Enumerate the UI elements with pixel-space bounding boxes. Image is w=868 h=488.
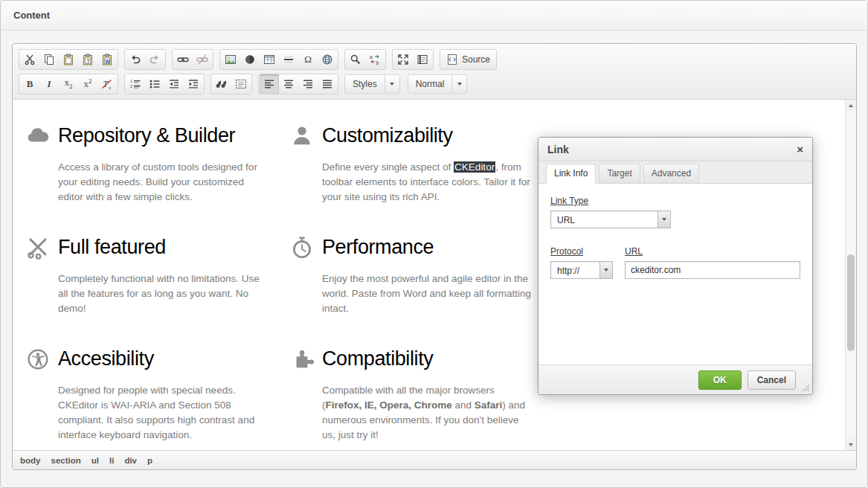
feature-text: Access a library of custom tools designe… bbox=[58, 160, 271, 205]
cut-button[interactable] bbox=[20, 50, 39, 69]
align-right-icon bbox=[302, 78, 314, 90]
chevron-down-icon bbox=[662, 218, 666, 221]
replace-icon bbox=[369, 54, 381, 65]
path-item-p[interactable]: p bbox=[147, 456, 152, 465]
align-justify-icon bbox=[321, 78, 333, 90]
cut-icon bbox=[24, 54, 36, 65]
chevron-down-icon bbox=[390, 83, 394, 86]
show-blocks-button[interactable] bbox=[413, 50, 432, 69]
tab-link-info[interactable]: Link Info bbox=[546, 164, 596, 184]
link-icon bbox=[177, 54, 189, 65]
feature-full-featured: Full featured Completely functional with… bbox=[25, 234, 271, 316]
bold-button[interactable]: B bbox=[20, 74, 39, 94]
tab-target[interactable]: Target bbox=[599, 164, 640, 184]
dialog-titlebar[interactable]: Link × bbox=[539, 138, 812, 161]
horizontal-rule-button[interactable] bbox=[279, 50, 298, 69]
scroll-up-button[interactable] bbox=[846, 100, 856, 111]
bulleted-list-button[interactable] bbox=[145, 74, 164, 94]
scroll-down-button[interactable] bbox=[846, 439, 856, 450]
align-justify-button[interactable] bbox=[318, 74, 337, 94]
maximize-button[interactable] bbox=[393, 50, 413, 69]
content-page: { "colors": { "ok_green": "#63a62d", "se… bbox=[0, 0, 868, 488]
copy-button[interactable] bbox=[39, 50, 59, 69]
align-center-button[interactable] bbox=[279, 74, 298, 94]
find-button[interactable] bbox=[346, 50, 365, 69]
image-button[interactable] bbox=[221, 50, 240, 69]
feature-text: Enjoy the most powerful and agile editor… bbox=[322, 272, 535, 316]
link-type-select[interactable]: URL bbox=[550, 211, 671, 228]
subscript-button[interactable]: x2 bbox=[59, 74, 78, 94]
redo-button[interactable] bbox=[145, 50, 164, 69]
blockquote-button[interactable] bbox=[212, 74, 231, 94]
elements-path: body section ul li div p bbox=[13, 450, 856, 469]
path-item-li[interactable]: li bbox=[109, 456, 114, 465]
unlink-button[interactable] bbox=[193, 50, 212, 69]
chevron-down-icon bbox=[457, 83, 462, 86]
numbered-list-button[interactable] bbox=[126, 74, 145, 94]
path-item-div[interactable]: div bbox=[124, 456, 137, 465]
paste-text-icon bbox=[82, 54, 94, 65]
path-item-body[interactable]: body bbox=[20, 456, 40, 465]
styles-combo-open[interactable] bbox=[385, 75, 399, 93]
image-icon bbox=[225, 54, 237, 65]
flash-button[interactable] bbox=[240, 50, 260, 69]
globe-icon bbox=[321, 54, 333, 65]
special-char-button[interactable]: Ω bbox=[298, 50, 318, 69]
protocol-select-open[interactable] bbox=[599, 262, 612, 278]
bulleted-list-icon bbox=[149, 78, 161, 90]
dialog-resize-grip[interactable] bbox=[801, 383, 810, 392]
styles-combo[interactable]: Styles bbox=[344, 74, 400, 94]
source-button[interactable]: Source bbox=[441, 50, 495, 69]
indent-button[interactable] bbox=[184, 74, 203, 94]
iframe-button[interactable] bbox=[318, 50, 337, 69]
selected-text[interactable]: CKEditor bbox=[454, 161, 495, 173]
format-combo-open[interactable] bbox=[451, 75, 466, 93]
feature-text: Completely functional with no limitation… bbox=[58, 272, 271, 316]
paste-button[interactable] bbox=[59, 50, 78, 69]
clipboard-group bbox=[19, 49, 118, 70]
remove-format-button[interactable] bbox=[97, 74, 117, 94]
styles-combo-label: Styles bbox=[345, 79, 385, 89]
horizontal-rule-icon bbox=[283, 54, 295, 65]
paste-word-button[interactable] bbox=[97, 50, 117, 69]
outdent-button[interactable] bbox=[164, 74, 184, 94]
feature-text: Define every single aspect of CKEditor, … bbox=[322, 160, 535, 205]
close-icon[interactable]: × bbox=[797, 144, 803, 155]
italic-button[interactable]: I bbox=[39, 74, 59, 94]
cancel-button[interactable]: Cancel bbox=[748, 370, 796, 390]
replace-button[interactable] bbox=[365, 50, 385, 69]
feature-title: Full featured bbox=[58, 234, 271, 260]
toolbar-row-1: Ω Source bbox=[19, 47, 850, 71]
feature-accessibility: Accesibility Designed for people with sp… bbox=[25, 345, 271, 443]
table-button[interactable] bbox=[260, 50, 279, 69]
superscript-button[interactable]: x2 bbox=[78, 74, 97, 94]
path-item-ul[interactable]: ul bbox=[91, 456, 99, 465]
undo-button[interactable] bbox=[126, 50, 145, 69]
source-icon bbox=[446, 54, 458, 65]
person-icon bbox=[289, 123, 315, 149]
toolbar-row-2: B I x2 x2 Sty bbox=[19, 71, 850, 96]
align-right-button[interactable] bbox=[298, 74, 318, 94]
align-left-icon bbox=[263, 78, 275, 90]
scrollbar-thumb[interactable] bbox=[847, 254, 855, 351]
feature-compatibility: Compatibility Compatible with all the ma… bbox=[289, 345, 535, 443]
protocol-select[interactable]: http:// bbox=[550, 261, 613, 279]
ok-button[interactable]: OK bbox=[698, 370, 742, 390]
format-combo[interactable]: Normal bbox=[408, 74, 468, 94]
tab-advanced[interactable]: Advanced bbox=[643, 164, 699, 184]
list-indent-group bbox=[124, 74, 205, 94]
source-button-label: Source bbox=[462, 54, 490, 65]
link-type-value: URL bbox=[551, 211, 658, 228]
align-left-button[interactable] bbox=[260, 74, 279, 94]
path-item-section[interactable]: section bbox=[51, 456, 80, 465]
triangle-up-icon bbox=[849, 104, 853, 107]
editor-toolbar: Ω Source B I x2 x bbox=[13, 44, 856, 100]
link-button[interactable] bbox=[173, 50, 193, 69]
omega-icon: Ω bbox=[304, 54, 312, 64]
copy-icon bbox=[43, 54, 55, 65]
url-input[interactable] bbox=[625, 261, 800, 279]
paste-text-button[interactable] bbox=[78, 50, 97, 69]
create-div-button[interactable] bbox=[231, 74, 251, 94]
editor-scrollbar[interactable] bbox=[845, 100, 856, 450]
link-type-select-open[interactable] bbox=[658, 211, 670, 228]
